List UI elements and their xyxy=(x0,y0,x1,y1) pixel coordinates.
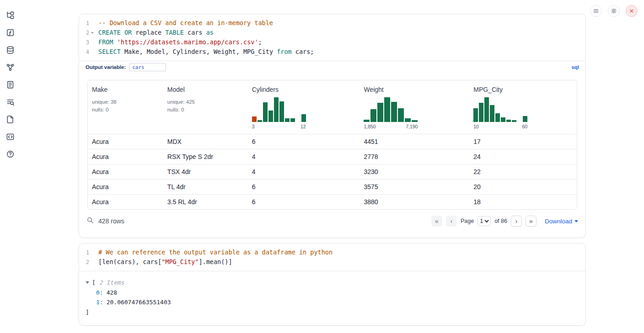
sql-code-editor[interactable]: 1 -- Download a CSV and create an in-mem… xyxy=(79,14,585,61)
pagination: « ‹ Page 1 of 86 › » xyxy=(431,216,537,227)
nulls-stat: nulls: 0 xyxy=(92,106,163,114)
column-header-model[interactable]: Model unique: 425 nulls: 0 xyxy=(163,86,248,129)
mpg-city-histogram[interactable] xyxy=(473,97,527,122)
histogram-bar xyxy=(398,108,404,122)
table-row[interactable]: Acura TSX 4dr 4 3230 22 xyxy=(88,164,577,179)
table-row[interactable]: Acura TL 4dr 6 3575 20 xyxy=(88,179,577,194)
histogram-bar xyxy=(384,97,390,122)
histogram-bar xyxy=(258,120,262,122)
column-header-weight[interactable]: Weight 1,850 7,190 xyxy=(360,86,469,129)
python-code-editor[interactable]: 1 # We can reference the output variable… xyxy=(79,243,585,271)
search-icon[interactable] xyxy=(86,217,94,226)
histogram-bar xyxy=(370,109,376,122)
output-variable-input[interactable] xyxy=(129,63,166,71)
table-row[interactable]: Acura RSX Type S 2dr 4 2778 24 xyxy=(88,149,577,164)
code-segment: # We can reference the output variable a… xyxy=(98,248,333,256)
histogram-bar xyxy=(391,102,397,122)
code-segment: ; xyxy=(258,38,262,46)
document-icon[interactable] xyxy=(5,114,15,124)
next-page-button[interactable]: › xyxy=(511,216,522,227)
entry-key: 0: xyxy=(96,289,103,296)
code-line: 3 FROM 'https://datasets.marimo.app/cars… xyxy=(79,37,585,47)
histogram-bar xyxy=(377,103,383,122)
tree-entry: 0:428 xyxy=(86,288,579,298)
line-number: 3 xyxy=(86,39,89,46)
close-bracket: ] xyxy=(86,307,579,317)
code-segment: replace xyxy=(132,29,165,36)
collapse-chevron-icon[interactable] xyxy=(86,281,89,284)
column-header-make[interactable]: Make unique: 38 nulls: 0 xyxy=(88,86,163,129)
column-header-mpg-city[interactable]: MPG_City 10 60 xyxy=(469,86,577,129)
python-cell: 1 # We can reference the output variable… xyxy=(79,243,586,326)
page-label: Page xyxy=(461,218,474,224)
first-page-button[interactable]: « xyxy=(431,216,442,227)
axis-min: 3 xyxy=(252,124,255,129)
nulls-stat: nulls: 0 xyxy=(167,106,248,114)
cylinders-histogram[interactable] xyxy=(252,97,306,122)
dependency-graph-icon[interactable] xyxy=(5,62,15,72)
weight-histogram[interactable] xyxy=(364,97,418,122)
chevron-down-icon xyxy=(574,220,578,222)
code-segment: FROM xyxy=(98,38,113,46)
histogram-bar xyxy=(405,118,411,122)
code-line: 2 CREATE OR replace TABLE cars as xyxy=(79,28,585,37)
histogram-bar xyxy=(263,102,268,122)
help-icon[interactable] xyxy=(5,149,15,159)
download-label: Download xyxy=(545,218,572,225)
language-badge[interactable]: sql xyxy=(571,64,579,70)
download-button[interactable]: Download xyxy=(545,218,578,225)
code-segment: [len(cars), cars[ xyxy=(98,258,161,265)
histogram-bar xyxy=(252,116,257,122)
histogram-bar xyxy=(364,120,370,122)
output-variable-row: Output variable: sql xyxy=(79,61,585,74)
table-footer: 428 rows « ‹ Page 1 of 86 › » Download xyxy=(79,210,585,233)
unique-stat: unique: 38 xyxy=(92,98,163,106)
trace-search-icon[interactable] xyxy=(5,97,15,107)
code-segment: "MPG_City" xyxy=(161,258,199,265)
page-select[interactable]: 1 xyxy=(478,216,491,226)
histogram-bar xyxy=(268,111,273,122)
histogram-bar xyxy=(412,120,418,122)
menu-button[interactable] xyxy=(590,5,602,17)
tree-entry: 1:20.060747663551403 xyxy=(86,297,579,307)
shutdown-button[interactable] xyxy=(626,5,638,17)
line-number: 1 xyxy=(86,20,89,26)
gear-icon xyxy=(611,8,617,14)
line-number: 2 xyxy=(86,259,89,265)
last-page-button[interactable]: » xyxy=(526,216,537,227)
histogram-bar xyxy=(523,116,527,122)
axis-max: 12 xyxy=(301,124,306,129)
settings-button[interactable] xyxy=(608,5,620,17)
axis-min: 1,850 xyxy=(364,124,376,129)
logs-icon[interactable] xyxy=(5,79,15,90)
table-row[interactable]: Acura MDX 6 4451 17 xyxy=(88,134,577,149)
histogram-bar xyxy=(473,108,478,122)
code-line: 4 SELECT Make, Model, Cylinders, Weight,… xyxy=(79,47,585,57)
histogram-bar xyxy=(506,120,511,122)
axis-max: 60 xyxy=(522,124,528,129)
code-segment: SELECT xyxy=(98,48,121,55)
database-icon[interactable] xyxy=(5,45,15,55)
entry-value: 20.060747663551403 xyxy=(107,299,171,306)
page-total: of 86 xyxy=(494,218,507,224)
line-number: 2 xyxy=(86,30,89,36)
function-icon[interactable] xyxy=(5,27,15,37)
fold-chevron-icon[interactable] xyxy=(91,32,94,34)
line-number: 4 xyxy=(86,49,89,55)
code-line: 2 [len(cars), cars["MPG_City"].mean()] xyxy=(79,257,585,267)
prev-page-button[interactable]: ‹ xyxy=(446,216,457,227)
histogram-bar xyxy=(501,117,505,122)
histogram-bar xyxy=(512,120,516,122)
line-number: 1 xyxy=(86,249,89,256)
file-tree-icon[interactable] xyxy=(5,10,15,20)
code-segment: -- Download a CSV and create an in-memor… xyxy=(98,19,273,26)
snippets-icon[interactable] xyxy=(5,132,15,142)
histogram-bar xyxy=(484,97,489,122)
code-segment: CREATE OR xyxy=(98,29,132,36)
column-header-cylinders[interactable]: Cylinders 3 12 xyxy=(248,86,360,129)
histogram-bar xyxy=(279,101,284,122)
axis-min: 10 xyxy=(473,124,479,129)
histogram-bar xyxy=(290,118,295,122)
output-variable-label: Output variable: xyxy=(86,64,126,70)
table-row[interactable]: Acura 3.5 RL 4dr 6 3880 18 xyxy=(88,194,577,209)
